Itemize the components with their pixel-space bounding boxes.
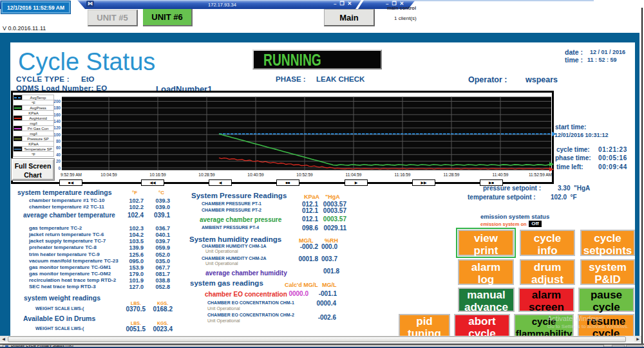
svg-text:0: 0 xyxy=(58,166,61,170)
svg-text:60: 60 xyxy=(56,145,61,150)
svg-text:180: 180 xyxy=(53,105,61,110)
svg-text:120: 120 xyxy=(53,125,61,130)
svg-text:40: 40 xyxy=(56,152,61,157)
svg-text:200: 200 xyxy=(53,99,61,104)
svg-text:20: 20 xyxy=(56,159,61,163)
svg-text:100: 100 xyxy=(53,133,61,137)
svg-text:140: 140 xyxy=(53,119,61,124)
svg-text:80: 80 xyxy=(56,139,61,143)
svg-text:160: 160 xyxy=(53,113,61,117)
